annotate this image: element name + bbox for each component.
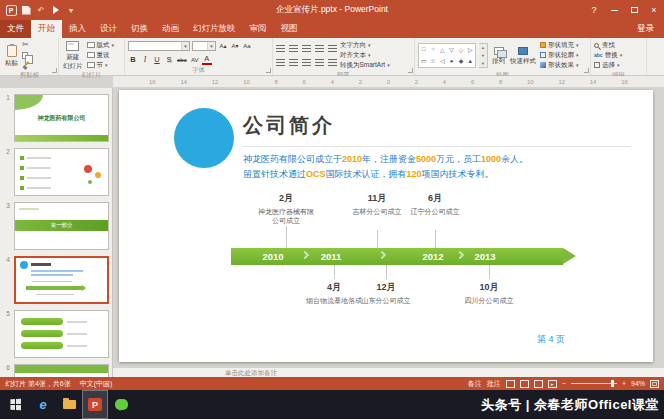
reading-view-button[interactable]: [534, 380, 543, 388]
help-button[interactable]: ?: [584, 0, 604, 20]
underline-button[interactable]: U: [152, 54, 162, 65]
slideshow-view-button[interactable]: ▸: [548, 380, 557, 388]
close-button[interactable]: ×: [644, 0, 664, 20]
shape-rectangle-icon[interactable]: ▭: [421, 57, 427, 64]
slide-canvas[interactable]: 公司简介 神龙医药有限公司成立于2010年，注册资金5000万元，员工1000余…: [113, 88, 664, 367]
fit-slide-to-window-button[interactable]: [650, 380, 659, 388]
drawing-dialog-launcher[interactable]: [584, 68, 589, 73]
numbering-icon[interactable]: [289, 45, 298, 52]
font-color-button[interactable]: A: [202, 54, 212, 65]
align-left-icon[interactable]: [276, 59, 285, 66]
shape-triangle-down-icon[interactable]: ▽: [449, 46, 454, 53]
timeline-event-bottom-2[interactable]: 12月 山东分公司成立: [357, 281, 415, 305]
restore-button[interactable]: [624, 0, 644, 20]
thumbnail-preview[interactable]: [14, 310, 109, 358]
strikethrough-button[interactable]: abc: [176, 54, 188, 65]
thumbnail-preview[interactable]: 第一部分: [14, 202, 109, 250]
thumbnail-slide-1[interactable]: 1 神龙医药有限公司: [2, 94, 109, 142]
shape-triangle-filled-icon[interactable]: ▲: [467, 58, 473, 64]
start-slideshow-button[interactable]: [50, 3, 62, 17]
timeline-event-bottom-1[interactable]: 4月 烟台物流基地落成: [305, 281, 363, 305]
thumbnail-slide-3[interactable]: 3 第一部分: [2, 202, 109, 250]
slide-sorter-view-button[interactable]: [520, 380, 529, 388]
layout-button[interactable]: 版式▾: [87, 40, 115, 50]
paragraph-dialog-launcher[interactable]: [408, 68, 413, 73]
slide-body-text[interactable]: 神龙医药有限公司成立于2010年，注册资金5000万元，员工1000余人。 留置…: [243, 152, 645, 181]
align-center-icon[interactable]: [289, 59, 298, 66]
zoom-in-button[interactable]: +: [622, 380, 626, 387]
timeline-event-bottom-3[interactable]: 10月 四川分公司成立: [460, 281, 518, 305]
section-button[interactable]: 节▾: [87, 60, 115, 70]
taskbar-powerpoint-active[interactable]: P: [82, 390, 108, 419]
columns-icon[interactable]: [328, 59, 337, 66]
start-button[interactable]: [0, 390, 30, 419]
tab-view[interactable]: 视图: [274, 20, 305, 38]
align-text-button[interactable]: 对齐文本▾: [340, 50, 390, 60]
format-painter-button[interactable]: [22, 60, 31, 70]
select-button[interactable]: 选择▾: [594, 60, 622, 70]
shape-outline-button[interactable]: 形状轮廓▾: [540, 50, 579, 60]
gallery-down-icon[interactable]: ▾: [482, 53, 484, 58]
undo-button[interactable]: ↶: [35, 3, 47, 17]
zoom-slider-knob[interactable]: [611, 380, 614, 387]
gallery-up-icon[interactable]: ▴: [482, 45, 484, 50]
language-indicator[interactable]: 中文(中国): [80, 379, 113, 389]
shapes-gallery[interactable]: □ ○ △ ▽ ◇ ▷ ▭ ☆ ◁ ● ◆ ▲: [418, 43, 476, 68]
thumbnail-preview[interactable]: [14, 256, 109, 304]
slide-title[interactable]: 公司简介: [243, 112, 335, 139]
shape-diamond-icon[interactable]: ◇: [459, 46, 464, 53]
increase-font-button[interactable]: A▴: [218, 40, 228, 51]
font-name-combobox[interactable]: ▾: [128, 41, 190, 51]
zoom-out-button[interactable]: −: [562, 380, 566, 387]
shape-circle-icon[interactable]: ○: [431, 46, 435, 52]
zoom-slider[interactable]: [571, 383, 617, 384]
taskbar-internet-explorer[interactable]: e: [30, 390, 56, 419]
shape-fill-button[interactable]: 形状填充▾: [540, 40, 579, 50]
thumbnail-slide-2[interactable]: 2: [2, 148, 109, 196]
line-spacing-icon[interactable]: [328, 45, 337, 52]
increase-indent-icon[interactable]: [315, 45, 324, 52]
replace-button[interactable]: abc替换▾: [594, 50, 622, 60]
thumbnail-preview[interactable]: [14, 364, 109, 377]
clipboard-dialog-launcher[interactable]: [52, 68, 57, 73]
gallery-more-icon[interactable]: ▾: [482, 61, 484, 66]
change-case-button[interactable]: Aa: [242, 40, 252, 51]
paste-button[interactable]: 粘贴: [4, 40, 19, 70]
customize-qat-button[interactable]: ▾: [65, 3, 77, 17]
shape-diamond-filled-icon[interactable]: ◆: [459, 57, 464, 64]
blue-circle-shape[interactable]: [174, 108, 234, 168]
tab-insert[interactable]: 插入: [62, 20, 93, 38]
convert-smartart-button[interactable]: 转换为SmartArt▾: [340, 60, 390, 70]
reset-button[interactable]: 重设: [87, 50, 115, 60]
timeline-event-top-2[interactable]: 11月 吉林分公司成立: [348, 192, 406, 216]
shape-triangle-icon[interactable]: △: [440, 46, 445, 53]
zoom-percentage[interactable]: 94%: [631, 380, 645, 387]
tab-transitions[interactable]: 切换: [124, 20, 155, 38]
tab-file[interactable]: 文件: [0, 20, 31, 38]
tab-home[interactable]: 开始: [31, 20, 62, 38]
shape-arrow-left-icon[interactable]: ◁: [440, 57, 445, 64]
character-spacing-button[interactable]: AV: [190, 54, 200, 65]
text-direction-button[interactable]: 文字方向▾: [340, 40, 390, 50]
minimize-button[interactable]: [604, 0, 624, 20]
bullets-icon[interactable]: [276, 45, 285, 52]
taskbar-wechat[interactable]: [108, 390, 134, 419]
shape-rect-icon[interactable]: □: [422, 46, 426, 52]
shape-effects-button[interactable]: 形状效果▾: [540, 60, 579, 70]
justify-icon[interactable]: [315, 59, 324, 66]
thumbnail-slide-6[interactable]: 6: [2, 364, 109, 377]
thumbnail-preview[interactable]: 神龙医药有限公司: [14, 94, 109, 142]
save-button[interactable]: [20, 3, 32, 17]
decrease-indent-icon[interactable]: [302, 45, 311, 52]
tab-review[interactable]: 审阅: [243, 20, 274, 38]
quick-styles-button[interactable]: 快速样式: [509, 40, 537, 70]
notes-toggle-button[interactable]: 备注: [468, 379, 482, 389]
sign-in-link[interactable]: 登录: [637, 20, 664, 38]
font-dialog-launcher[interactable]: [266, 68, 271, 73]
font-size-combobox[interactable]: ▾: [192, 41, 216, 51]
decrease-font-button[interactable]: A▾: [230, 40, 240, 51]
shape-dot-icon[interactable]: ●: [450, 58, 454, 64]
normal-view-button[interactable]: [506, 380, 515, 388]
thumbnail-slide-4-selected[interactable]: 4: [2, 256, 109, 304]
shape-arrow-icon[interactable]: ▷: [468, 46, 473, 53]
